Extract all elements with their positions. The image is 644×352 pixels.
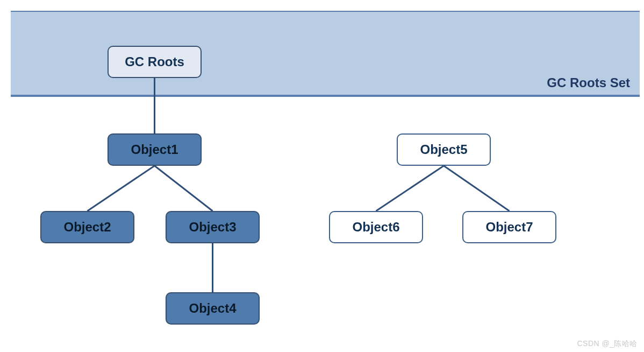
node-object3: Object3 [166,211,260,243]
node-object5: Object5 [397,133,491,166]
node-label: Object2 [63,220,111,235]
node-object2: Object2 [40,211,134,243]
node-object4: Object4 [166,292,260,325]
edge [444,166,510,211]
node-label: GC Roots [125,54,184,69]
zone-label: GC Roots Set [547,75,630,90]
node-gc-roots: GC Roots [108,46,202,78]
node-label: Object6 [352,220,399,235]
node-object1: Object1 [108,133,202,166]
edge [155,166,213,211]
watermark: CSDN @_陈哈哈 [577,339,638,349]
node-object7: Object7 [462,211,556,243]
node-label: Object4 [189,301,236,316]
node-object6: Object6 [329,211,423,243]
edge [88,166,155,211]
edge [376,166,444,211]
node-label: Object3 [189,220,236,235]
node-label: Object1 [131,142,178,157]
node-label: Object7 [485,220,533,235]
gc-roots-zone: GC Roots Set [11,11,640,97]
node-label: Object5 [420,142,467,157]
